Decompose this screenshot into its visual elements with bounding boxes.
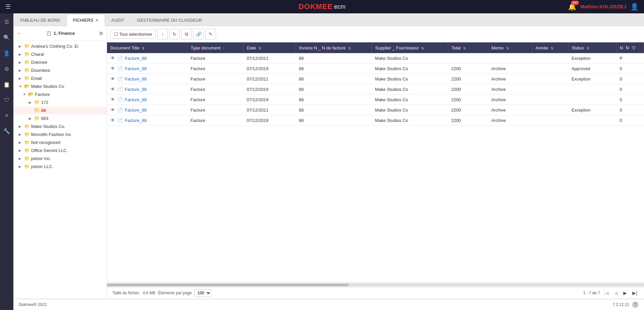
sidebar-header: ← 📋 1. Finance ⚙: [13, 26, 107, 41]
sidebar-item-charal[interactable]: ▶ 📁 Charal: [13, 50, 107, 58]
sidebar-item-label: Andrea's Clothing Co. Ei: [31, 44, 103, 49]
cell-annee: [532, 63, 568, 74]
sidebar-item-email[interactable]: ▶ 📁 Email: [13, 74, 107, 82]
iconbar-docs[interactable]: 📋: [1, 80, 12, 90]
table-header-row: Document Title ⇅ Type document ↑ Date ⇅: [107, 42, 644, 53]
sidebar-item-not-recognized[interactable]: ▶ 📁 Not recognized: [13, 138, 107, 146]
eye-icon[interactable]: 👁: [110, 66, 115, 71]
eye-icon[interactable]: 👁: [110, 55, 115, 61]
cell-status: Exception: [568, 105, 616, 115]
sidebar-item-monolith[interactable]: ▶ 📁 Monolith Fashion Inc: [13, 130, 107, 138]
sort-icon: ⇅: [142, 46, 144, 50]
folder-icon: 📁: [34, 116, 40, 121]
sidebar-item-label: pelzer Inc.: [31, 156, 103, 161]
edit-button[interactable]: ✎: [205, 29, 216, 39]
sidebar-item-label: Doumbea: [31, 68, 103, 73]
doc-title-link[interactable]: Facture_88: [125, 66, 147, 71]
tab-audit[interactable]: AUDIT: [105, 14, 131, 26]
sidebar-item-pelzer-llc[interactable]: ▶ 📁 pelzer LLC.: [13, 162, 107, 170]
col-n[interactable]: N ↻ ▽: [616, 42, 644, 53]
iconbar-search[interactable]: 🔍: [1, 32, 12, 43]
sidebar-gear-icon[interactable]: ⚙: [99, 31, 103, 36]
doc-title-link[interactable]: Facture_88: [125, 97, 147, 102]
cell-total: 2200: [448, 115, 488, 126]
col-memo[interactable]: Memo ⇅: [488, 42, 532, 53]
sidebar-item-doumbea[interactable]: ▶ 📁 Doumbea: [13, 66, 107, 74]
sidebar-back-button[interactable]: ←: [17, 30, 22, 36]
last-page-button[interactable]: ▶|: [631, 290, 639, 296]
prev-page-button[interactable]: ◀: [613, 290, 619, 296]
doc-title-link[interactable]: Facture_88: [125, 87, 147, 92]
col-total[interactable]: Total ⇅: [448, 42, 488, 53]
col-refresh-icon[interactable]: ↻: [626, 45, 630, 50]
tabs-bar: TABLEAU DE BORD FICHIERS ✕ AUDIT GESTION…: [13, 13, 644, 26]
eye-icon[interactable]: 👁: [110, 107, 115, 113]
doc-title-link[interactable]: Facture_88: [125, 56, 147, 61]
cell-supplier: Make Studios Co: [372, 63, 448, 74]
sidebar-item-make-studios-co2[interactable]: ▶ 📁 Make Studios Co.: [13, 122, 107, 130]
sidebar-item-88[interactable]: ▶ 📁 88: [13, 106, 107, 114]
user-name[interactable]: Mathieu KOLODZIEJ: [580, 4, 626, 9]
col-date[interactable]: Date ⇅: [243, 42, 296, 53]
col-type-doc[interactable]: Type document ↑: [187, 42, 243, 53]
sidebar-item-make-studios-co[interactable]: ▼ 📂 Make Studios Co: [13, 82, 107, 90]
eye-icon[interactable]: 👁: [110, 118, 115, 123]
user-icon[interactable]: 👤: [630, 3, 639, 11]
doc-title-link[interactable]: Facture_88: [125, 118, 147, 123]
col-doc-title[interactable]: Document Title ⇅: [107, 42, 187, 53]
iconbar-menu[interactable]: ☰: [2, 17, 11, 27]
col-status[interactable]: Status ⇅: [568, 42, 616, 53]
tab-fichiers[interactable]: FICHIERS ✕: [67, 14, 105, 26]
first-page-button[interactable]: |◀: [603, 290, 611, 296]
select-all-button[interactable]: ☐ Tout sélectionner: [110, 30, 156, 39]
col-filter-icon[interactable]: ▽: [632, 45, 636, 50]
notification-count: 397: [571, 1, 579, 5]
eye-icon[interactable]: 👁: [110, 97, 115, 102]
eye-icon[interactable]: 👁: [110, 87, 115, 92]
sidebar-item-andreas[interactable]: ▶ 📁 Andrea's Clothing Co. Ei: [13, 42, 107, 50]
iconbar-shield[interactable]: 🛡: [2, 95, 11, 105]
sidebar-item-label: 88: [41, 108, 103, 113]
refresh-button[interactable]: ↻: [169, 29, 180, 39]
cell-status: [568, 84, 616, 95]
upload-button[interactable]: ↑: [157, 29, 168, 39]
sort-icon: ⇅: [506, 46, 509, 50]
pdf-icon: 📄: [117, 118, 123, 123]
col-invoice-n[interactable]: Invoice N _ N de facture ⇅: [296, 42, 372, 53]
icon-bar: ☰ 🔍 👤 ⚙ 📋 🛡 ≡ 🔧: [0, 13, 13, 310]
cell-n: 0: [616, 63, 644, 74]
sidebar-item-facture[interactable]: ▼ 📂 Facture: [13, 90, 107, 98]
menu-icon[interactable]: ☰: [5, 3, 11, 10]
cell-status: Exception: [568, 53, 616, 63]
notification-bell[interactable]: 🔔 397: [568, 3, 576, 11]
eye-icon[interactable]: 👁: [110, 76, 115, 82]
dokmee-logo: DOKMEE: [299, 2, 333, 11]
sidebar-item-172[interactable]: ▶ 📁 172: [13, 98, 107, 106]
iconbar-list[interactable]: ≡: [3, 111, 10, 121]
iconbar-user[interactable]: 👤: [1, 48, 12, 58]
doc-title-link[interactable]: Facture_88: [125, 108, 147, 113]
sidebar-item-dokmee[interactable]: ▶ 📁 Dokmee: [13, 58, 107, 66]
sidebar-item-pelzer-inc[interactable]: ▶ 📁 pelzer Inc.: [13, 154, 107, 162]
iconbar-tools[interactable]: 🔧: [1, 126, 12, 136]
col-supplier[interactable]: Supplier _ Fournisseur ⇅: [372, 42, 448, 53]
next-page-button[interactable]: ▶: [622, 290, 628, 296]
sidebar-item-office-gemini[interactable]: ▶ 📁 Office Gemini LLC.: [13, 146, 107, 154]
col-annee[interactable]: Année ⇅: [532, 42, 568, 53]
horizontal-scrollbar[interactable]: [107, 282, 644, 287]
help-icon[interactable]: ?: [632, 301, 639, 308]
link-button[interactable]: 🔗: [193, 29, 204, 39]
folder-icon: 📁: [24, 51, 30, 57]
cell-invoice-n: 88: [296, 63, 372, 74]
tab-gestionnaire[interactable]: GESTIONNAIRE DU CLASSEUR: [131, 14, 208, 26]
sidebar-item-883[interactable]: ▶ 📁 883: [13, 114, 107, 122]
cell-date: 07/12/2019: [243, 115, 296, 126]
tab-tableau[interactable]: TABLEAU DE BORD: [13, 14, 67, 26]
cell-doc-title: 👁 📄 Facture_88: [107, 74, 187, 84]
tab-fichiers-close[interactable]: ✕: [95, 18, 99, 23]
iconbar-settings[interactable]: ⚙: [2, 64, 11, 74]
copy-button[interactable]: ⧉: [181, 29, 192, 39]
doc-title-link[interactable]: Facture_88: [125, 76, 147, 82]
per-page-select[interactable]: 100 10 25 50 200: [194, 289, 211, 297]
ecm-logo: ecm: [334, 3, 345, 10]
